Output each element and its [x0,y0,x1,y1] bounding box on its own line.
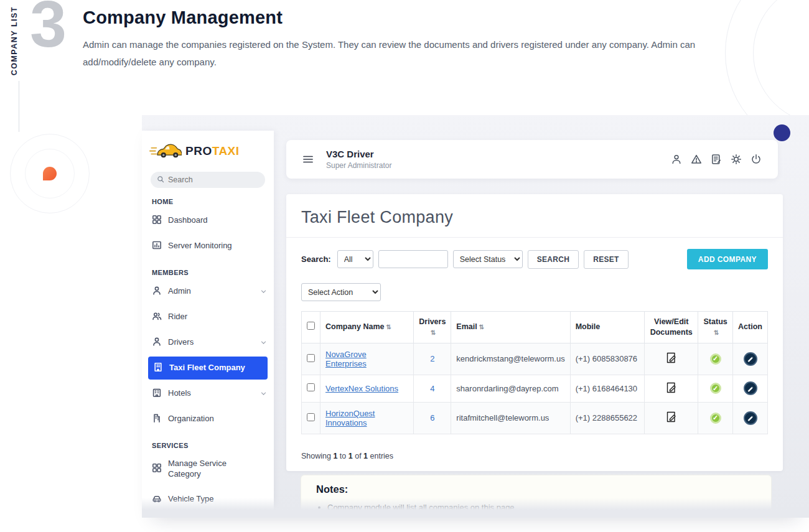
sidebar-item-label: Hotels [168,388,191,399]
page-description: Admin can manage the companies registere… [83,36,733,71]
sidebar-item-drivers[interactable]: Drivers [142,330,274,355]
company-link[interactable]: VertexNex Solutions [325,384,398,393]
dashboard-grid-icon [152,215,162,226]
sidebar-item-dashboard[interactable]: Dashboard [142,208,274,233]
users-icon [152,311,162,323]
section-number: 3 [30,0,67,60]
power-icon[interactable] [751,154,762,165]
sidebar-item-hotels[interactable]: Hotels [142,381,274,406]
chevron-down-icon [261,289,266,294]
screenshot-bottom-fade [142,498,809,518]
row-checkbox[interactable] [307,354,315,362]
logo-text-pro: PRO [185,144,212,157]
sort-icon[interactable]: ⇅ [714,329,719,336]
topbar-title: V3C Driver [326,149,391,159]
pagination-summary: Showing 1 to 1 of 1 entries [301,452,768,460]
user-icon[interactable] [671,154,682,165]
table-header-row: Company Name⇅ Drivers ⇅ Email⇅ Mobile Vi… [302,312,768,343]
drivers-count-link[interactable]: 4 [430,384,434,393]
user-icon [152,337,162,348]
view-documents-icon[interactable] [665,411,678,423]
decor-vertical-line [19,81,19,132]
sidebar-search-input[interactable] [168,175,259,184]
table-row: NovaGrove Enterprises 2 kendrickmstang@t… [302,343,768,375]
sidebar-item-taxi-fleet-company[interactable]: Taxi Fleet Company [148,357,268,380]
company-table: Company Name⇅ Drivers ⇅ Email⇅ Mobile Vi… [301,311,768,434]
search-keyword-input[interactable] [378,250,448,268]
status-active-icon[interactable]: ✓ [710,383,721,394]
status-active-icon[interactable]: ✓ [710,413,721,424]
decor-orange-pin [43,167,57,180]
organization-icon [152,413,162,425]
sidebar-item-label: Admin [168,286,191,297]
email-cell: ritafmitchell@teleworm.us [451,402,570,434]
col-action: Action [738,322,762,331]
settings-icon[interactable] [731,154,742,165]
sidebar-item-rider[interactable]: Rider [142,304,274,330]
email-cell: sharonrdarling@dayrep.com [451,375,570,402]
taxi-car-icon [149,141,182,162]
sort-icon[interactable]: ⇅ [386,324,391,330]
edit-action-icon[interactable] [744,411,757,425]
page-title: Company Management [83,7,283,28]
notes-heading: Notes: [316,483,756,495]
sidebar-section-members: MEMBERS [152,269,274,276]
app-logo[interactable]: PROTAXI [142,131,274,167]
status-active-icon[interactable]: ✓ [710,353,721,365]
sidebar-item-server-monitoring[interactable]: Server Monitoring [142,233,274,259]
col-drivers[interactable]: Drivers [419,317,446,326]
alert-icon[interactable] [691,154,702,165]
reset-button[interactable]: RESET [584,250,629,269]
sidebar-item-label: Dashboard [168,215,208,226]
table-row: VertexNex Solutions 4 sharonrdarling@day… [302,375,768,402]
search-type-select[interactable]: All [337,250,373,268]
chevron-down-icon [261,391,266,396]
col-mobile: Mobile [576,322,601,331]
row-checkbox[interactable] [307,383,315,391]
row-checkbox[interactable] [307,413,315,421]
logo-text-taxi: TAXI [212,144,240,157]
sidebar: PROTAXI HOME Dashboard Server Monitoring… [142,131,274,518]
topbar-subtitle: Super Administrator [326,161,391,170]
sort-icon[interactable]: ⇅ [479,324,484,330]
status-select[interactable]: Select Status [453,250,523,268]
table-row: HorizonQuest Innovations 6 ritafmitchell… [302,402,768,434]
sidebar-item-label: Manage Service Category [168,459,236,480]
main-content: Taxi Fleet Company Search: All Select St… [286,194,783,471]
sidebar-item-admin[interactable]: Admin [142,279,274,304]
edit-action-icon[interactable] [744,352,757,366]
bulk-action-select[interactable]: Select Action [301,283,381,301]
drivers-count-link[interactable]: 2 [430,354,434,363]
topbar: V3C Driver Super Administrator [286,140,778,179]
mobile-cell: (+1) 2288655622 [570,402,645,434]
mobile-cell: (+1) 6168464130 [570,375,645,402]
col-status[interactable]: Status [704,317,727,326]
view-documents-icon[interactable] [665,381,678,394]
sort-icon[interactable]: ⇅ [431,329,436,336]
company-link[interactable]: NovaGrove Enterprises [325,350,367,368]
content-heading: Taxi Fleet Company [286,208,783,238]
select-all-checkbox[interactable] [307,322,315,330]
app-screenshot: PROTAXI HOME Dashboard Server Monitoring… [142,115,809,518]
view-documents-icon[interactable] [665,352,678,364]
company-link[interactable]: HorizonQuest Innovations [325,409,375,427]
section-vertical-label: COMPANY LIST [10,6,19,75]
sidebar-search[interactable] [151,172,265,188]
col-company-name[interactable]: Company Name [325,322,384,331]
monitor-chart-icon [152,240,162,252]
search-icon [157,174,164,185]
sidebar-item-label: Server Monitoring [168,241,232,251]
mobile-cell: (+1) 6085830876 [570,343,645,375]
sidebar-item-label: Taxi Fleet Company [169,363,245,373]
form-icon[interactable] [711,154,722,165]
email-cell: kendrickmstang@teleworm.us [451,343,570,375]
drivers-count-link[interactable]: 6 [430,413,434,422]
sidebar-item-label: Organization [168,414,214,424]
edit-action-icon[interactable] [744,381,757,395]
add-company-button[interactable]: ADD COMPANY [687,249,768,269]
search-button[interactable]: SEARCH [528,250,579,269]
hamburger-menu-icon[interactable] [302,154,314,164]
sidebar-item-manage-service-category[interactable]: Manage Service Category [142,452,260,487]
col-email[interactable]: Email [456,322,477,331]
sidebar-item-organization[interactable]: Organization [142,406,274,432]
